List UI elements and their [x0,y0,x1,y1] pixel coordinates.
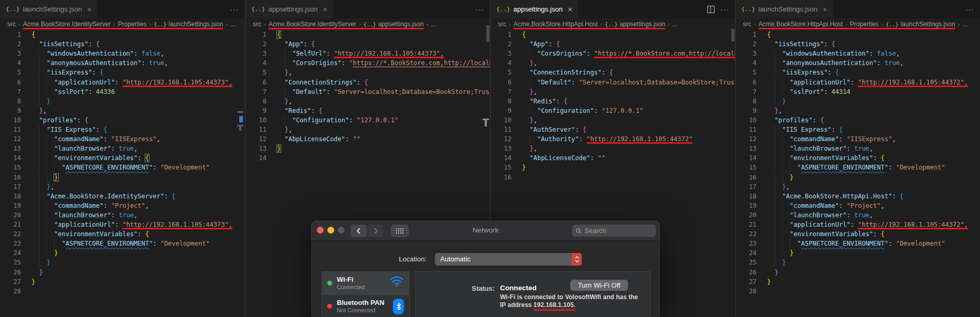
breadcrumb-tail[interactable]: ... [230,20,236,28]
close-tab-icon[interactable]: × [823,5,827,14]
breadcrumb-item[interactable]: Acme.BookStore.IdentityServer [269,20,356,28]
breadcrumb-item[interactable]: Acme.BookStore.IdentityServer [23,20,111,28]
code-token: "Development" [161,164,210,171]
code-token: { [277,31,281,38]
code-line-text: "launchBrowser": true, [767,210,873,220]
code-token: : [326,88,334,96]
breadcrumb-file[interactable]: appsettings.json [378,20,424,28]
code-token: : [96,126,103,133]
code-token: ASPNETCORE_ENVIRONMENT [66,240,149,247]
more-actions-icon[interactable]: ··· [965,0,974,18]
code-token: { [881,230,885,238]
code-token: " [858,221,861,228]
close-tab-icon[interactable]: × [87,5,91,14]
code-token: ASPNETCORE_ENVIRONMENT [801,164,885,171]
service-row-wifi[interactable]: Wi-Fi Connected [322,272,409,295]
code-token: : [832,126,839,133]
breadcrumb-file[interactable]: launchSettings.json [901,20,955,28]
location-dropdown[interactable]: Automatic [435,253,582,266]
code-line: 20 "launchBrowser": true, [0,210,245,220]
line-number: 28 [0,287,21,296]
code-token: , [164,59,168,67]
code-line: 15 "ASPNETCORE_ENVIRONMENT": "Developmen… [736,163,980,172]
code-token: " [689,135,693,143]
tab-launchSettings.json[interactable]: {..}launchSettings.json× [736,0,833,18]
network-preferences-window: Network Search Location: Automatic Wi-Fi… [311,220,661,317]
code-line: 7 "sslPort": 44314 [736,87,980,97]
code-token: : [134,50,141,57]
code-line: 19 "commandName": "Project", [0,201,245,210]
code-line-text: "Redis": { [522,97,568,106]
code-line: 22 "environmentVariables": { [736,229,980,239]
close-tab-icon[interactable]: × [323,5,327,14]
service-status: Not Connected [337,307,375,313]
code-token: , [289,98,292,105]
breadcrumb-file[interactable]: launchSettings.json [168,20,223,28]
overview-ruler-mark [485,120,487,126]
code-token: " [797,164,801,171]
breadcrumb[interactable]: src›Acme.BookStore.IdentityServer›Proper… [0,18,245,30]
code-line: 4 "CorsOrigins": "https://*.BookStore.co… [246,58,491,68]
breadcrumb-tail[interactable]: ... [673,20,678,28]
breadcrumb-root[interactable]: src [7,20,16,28]
code-line-text: }, [31,106,47,115]
breadcrumb-tail[interactable]: ... [962,20,967,28]
tab-launchSettings.json[interactable]: {..}launchSettings.json× [0,0,97,18]
code-token: true [119,145,134,152]
breadcrumb-item[interactable]: Acme.BookStore.HttpApi.Host [514,20,598,28]
code-line: 12 "AbpLicenseCode": "" [246,134,491,144]
code-line: 3 "windowsAuthentication": false, [0,49,245,58]
breadcrumb-file[interactable]: appsettings.json [620,20,665,28]
window-titlebar[interactable]: Network Search [311,220,661,241]
code-token: : [345,135,353,143]
screen: {..}launchSettings.json×···src›Acme.Book… [0,0,980,317]
breadcrumb[interactable]: src›Acme.BookStore.IdentityServer›{..}ap… [246,18,491,30]
service-row-bluetooth-pan[interactable]: Bluetooth PAN Not Connected [322,295,409,317]
code-area: 1{2 "iisSettings": {3 "windowsAuthentica… [0,30,245,317]
more-actions-icon[interactable]: ··· [475,0,484,18]
breadcrumb-item[interactable]: Acme.BookStore.HttpApi.Host [759,20,843,28]
search-input[interactable]: Search [572,225,656,237]
code-token: , [134,212,137,219]
breadcrumb[interactable]: src›Acme.BookStore.HttpApi.Host›{..}apps… [491,18,736,30]
code-line: 18 "Acme.BookStore.HttpApi.Host": { [736,192,980,201]
code-token: https://*.BookStore.com,http://localh [598,50,736,57]
code-token: "environmentVariables" [54,230,137,238]
breadcrumb-root[interactable]: src [743,20,751,28]
line-number: 11 [736,125,757,134]
code-line-text: "applicationUrl": "http://192.168.1.105:… [767,220,968,229]
more-actions-icon[interactable]: ··· [230,0,239,18]
breadcrumb-root[interactable]: src [253,20,261,28]
line-number: 11 [491,125,512,134]
code-token: 44336 [96,88,115,96]
turn-wifi-off-button[interactable]: Turn Wi-Fi Off [570,280,628,291]
code-line-text: }, [767,106,782,115]
code-token: } [47,98,50,105]
code-token: { [96,40,100,48]
code-token: "iisExpress" [782,69,828,76]
code-token: , [289,126,292,133]
tab-appsettings.json[interactable]: {..}appsettings.json× [491,0,578,18]
code-token: { [145,154,149,162]
code-token: : [111,145,119,152]
code-token: : [571,79,579,86]
breadcrumb-root[interactable]: src [498,20,506,28]
code-line-text: "windowsAuthentication": false, [31,49,164,58]
code-line-text: "environmentVariables": { [767,229,885,239]
code-line-text: }, [31,182,54,192]
code-line: 13 }, [491,144,736,153]
code-line-text: } [767,268,779,277]
close-tab-icon[interactable]: × [568,5,572,14]
breadcrumb-item[interactable]: Properties [118,20,147,28]
code-line: 17 }, [0,182,245,192]
breadcrumb[interactable]: src›Acme.BookStore.HttpApi.Host›Properti… [736,18,980,30]
code-line: 25 } [736,258,980,267]
split-editor-icon[interactable] [707,0,715,18]
breadcrumb-item[interactable]: Properties [850,20,879,28]
more-actions-icon[interactable]: ··· [720,0,729,18]
tab-appsettings.json[interactable]: {..}appsettings.json× [246,0,333,18]
wifi-icon [389,276,404,289]
breadcrumb-separator: › [600,21,602,27]
breadcrumb-tail[interactable]: ... [431,20,436,28]
code-token: , [534,88,537,96]
